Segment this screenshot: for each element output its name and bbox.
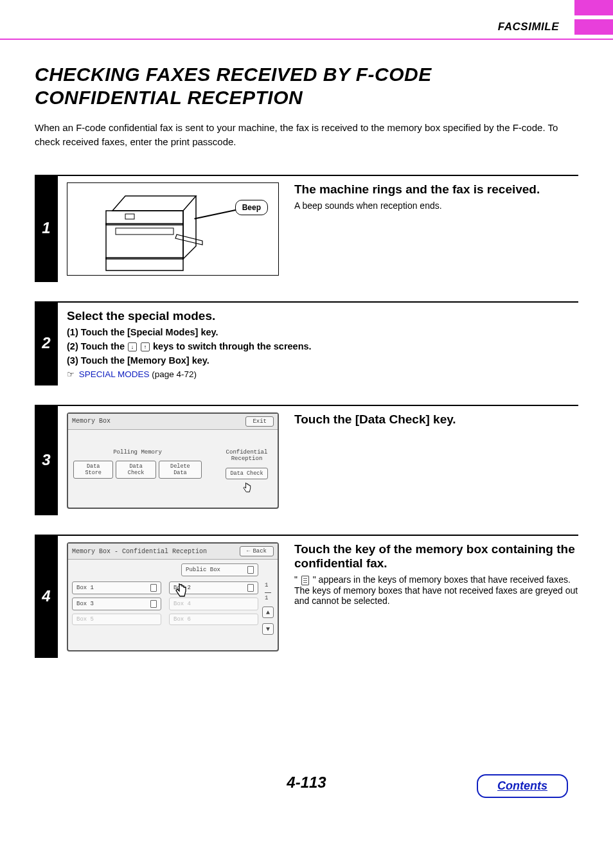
- section-label: FACSIMILE: [498, 21, 572, 33]
- data-check-button-confidential[interactable]: Data Check: [226, 468, 267, 479]
- document-icon: [247, 584, 254, 592]
- header-row: FACSIMILE: [0, 15, 613, 40]
- hand-cursor-icon: [172, 582, 189, 600]
- step-3: 3 Memory Box Exit Polling Memory Data St…: [35, 405, 578, 516]
- confidential-reception-panel: Memory Box - Confidential Reception ← Ba…: [67, 542, 279, 651]
- step-number: 2: [35, 301, 58, 385]
- step-number: 4: [35, 535, 58, 658]
- printer-diagram: Beep: [67, 182, 279, 276]
- public-box-label: Public Box: [186, 567, 220, 573]
- step3-heading: Touch the [Data Check] key.: [294, 412, 578, 427]
- special-modes-link[interactable]: SPECIAL MODES: [79, 369, 150, 379]
- svg-rect-0: [106, 224, 183, 259]
- memory-box-5-disabled: Box 5: [72, 614, 161, 625]
- beep-bubble: Beep: [235, 200, 268, 215]
- scroll-up-button[interactable]: ▲: [262, 607, 274, 618]
- memory-box-panel: Memory Box Exit Polling Memory Data Stor…: [67, 412, 279, 509]
- public-box-button[interactable]: Public Box: [181, 563, 258, 576]
- step-2: 2 Select the special modes. (1) Touch th…: [35, 301, 578, 385]
- step2-sub2-b: keys to switch through the screens.: [153, 341, 312, 351]
- ref-page: (page 4-72): [150, 369, 197, 379]
- document-icon: [247, 566, 254, 574]
- contents-button[interactable]: Contents: [477, 774, 568, 798]
- svg-rect-2: [106, 211, 183, 225]
- svg-rect-1: [106, 258, 183, 270]
- arrow-up-key-icon: ↑: [141, 342, 150, 351]
- step4-heading: Touch the key of the memory box containi…: [294, 542, 578, 571]
- exit-button[interactable]: Exit: [245, 416, 274, 427]
- page-indicator: 1 1: [265, 582, 271, 601]
- printer-icon: [100, 188, 209, 272]
- delete-data-button[interactable]: Delete Data: [159, 461, 202, 479]
- panel4-title: Memory Box - Confidential Reception: [72, 548, 207, 555]
- document-icon: [301, 576, 309, 585]
- page-footer: 4-113 Contents: [0, 774, 613, 811]
- step-1: 1 Beep The machine rings and the fax is …: [35, 175, 578, 282]
- step1-subtext: A beep sounds when reception ends.: [294, 200, 578, 211]
- scroll-down-button[interactable]: ▼: [262, 623, 274, 635]
- step-number: 1: [35, 175, 58, 282]
- page-number: 4-113: [287, 774, 326, 791]
- back-arrow-icon: ←: [247, 548, 250, 554]
- back-label: Back: [253, 548, 267, 554]
- step1-heading: The machine rings and the fax is receive…: [294, 182, 578, 197]
- step2-heading: Select the special modes.: [67, 309, 578, 323]
- top-color-band: [0, 0, 613, 15]
- step2-sub3: (3) Touch the [Memory Box] key.: [67, 355, 578, 366]
- header-accent: [574, 19, 613, 35]
- data-check-button-polling[interactable]: Data Check: [116, 461, 155, 479]
- svg-rect-3: [116, 228, 173, 235]
- arrow-down-key-icon: ↓: [128, 342, 137, 351]
- step-4: 4 Memory Box - Confidential Reception ← …: [35, 535, 578, 658]
- intro-paragraph: When an F-code confidential fax is sent …: [35, 121, 578, 149]
- memory-box-1[interactable]: Box 1: [72, 581, 161, 594]
- data-store-button[interactable]: Data Store: [73, 461, 113, 479]
- step-number: 3: [35, 405, 58, 516]
- memory-box-3[interactable]: Box 3: [72, 598, 161, 610]
- step4-body: " " appears in the keys of memory boxes …: [294, 574, 578, 606]
- hand-cursor-icon: [241, 482, 253, 495]
- step2-sub2-a: (2) Touch the: [67, 341, 127, 351]
- document-icon: [150, 600, 157, 608]
- step2-sub1: (1) Touch the [Special Modes] key.: [67, 327, 578, 337]
- polling-memory-label: Polling Memory: [73, 449, 202, 456]
- page-title: CHECKING FAXES RECEIVED BY F-CODE CONFID…: [35, 63, 578, 109]
- step2-sub2: (2) Touch the ↓ ↑ keys to switch through…: [67, 341, 578, 351]
- panel3-title: Memory Box: [72, 418, 111, 425]
- step2-ref: ☞ SPECIAL MODES (page 4-72): [67, 369, 578, 379]
- confidential-reception-label: Confidential Reception: [221, 449, 272, 463]
- back-button[interactable]: ← Back: [240, 546, 274, 556]
- pointer-icon: ☞: [67, 369, 75, 379]
- svg-rect-4: [125, 214, 134, 219]
- document-icon: [150, 584, 157, 592]
- memory-box-6-disabled: Box 6: [169, 614, 258, 625]
